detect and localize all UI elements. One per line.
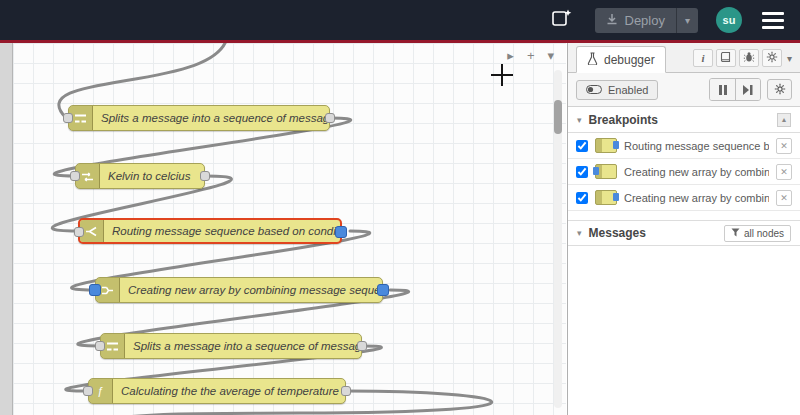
input-port[interactable]: [83, 386, 93, 396]
canvas-scrollbar[interactable]: [554, 70, 562, 408]
mini-node-icon: [595, 138, 617, 153]
triangle-right-icon: ▸: [507, 48, 514, 63]
main-menu-button[interactable]: [760, 8, 786, 33]
breakpoints-title: Breakpoints: [589, 113, 658, 127]
chevron-down-icon: ▾: [577, 115, 582, 125]
export-button[interactable]: [547, 7, 577, 33]
node-label: Splits a message into a sequence of mess…: [93, 112, 329, 124]
node-label: Routing message sequence based on condit…: [104, 225, 340, 237]
close-icon: ✕: [780, 141, 788, 151]
remove-breakpoint-button[interactable]: ✕: [776, 164, 792, 180]
scroll-up-button[interactable]: ▴: [777, 113, 791, 127]
user-avatar[interactable]: su: [716, 7, 742, 33]
breakpoint-checkbox[interactable]: [576, 166, 588, 178]
gear-icon: [774, 81, 786, 99]
chevron-down-icon: ▾: [577, 228, 582, 238]
hamburger-icon: [762, 12, 784, 15]
playback-button-group: [709, 78, 761, 101]
sidebar: debugger i: [567, 43, 800, 415]
function-glyph: ƒ: [97, 385, 103, 397]
input-port[interactable]: [95, 341, 105, 351]
breakpoint-checkbox[interactable]: [576, 192, 588, 204]
debug-tab-button[interactable]: [739, 49, 759, 67]
deploy-label: Deploy: [625, 13, 665, 28]
mini-breakpoint-marker: [613, 193, 619, 201]
flow-node-join[interactable]: Creating new array by combining message …: [95, 277, 383, 303]
config-tab-button[interactable]: [762, 49, 782, 67]
debugger-controls: [709, 78, 792, 101]
deploy-icon: [606, 13, 618, 28]
debugger-tab-icon: [587, 52, 598, 68]
deploy-options-button[interactable]: ▾: [676, 8, 698, 33]
debugger-enabled-toggle[interactable]: Enabled: [576, 80, 658, 100]
tab-label: debugger: [604, 53, 655, 67]
breakpoint-marker[interactable]: [335, 226, 347, 238]
help-tab-button[interactable]: [716, 49, 736, 67]
crosshair-cursor: [491, 74, 513, 76]
filter-label: all nodes: [744, 228, 784, 239]
flow-node-split[interactable]: Splits a message into a sequence of mess…: [68, 105, 330, 131]
chevron-down-icon: ▾: [547, 48, 554, 63]
sidebar-menu-button[interactable]: ▾: [785, 53, 794, 64]
canvas-left-edge: [0, 43, 13, 415]
chevron-down-icon: ▾: [685, 15, 690, 26]
tab-debugger[interactable]: debugger: [576, 46, 666, 73]
step-button[interactable]: [735, 79, 760, 100]
breakpoint-marker[interactable]: [89, 284, 101, 296]
node-label: Calculating the the average of temperatu…: [113, 385, 345, 397]
input-port[interactable]: [74, 227, 84, 237]
info-icon: i: [701, 52, 704, 64]
hamburger-icon: [762, 26, 784, 29]
flow-node-split[interactable]: Splits a message into a sequence of mess…: [100, 333, 362, 359]
input-port[interactable]: [63, 113, 73, 123]
remove-breakpoint-button[interactable]: ✕: [776, 138, 792, 154]
output-port[interactable]: [200, 171, 210, 181]
enabled-label: Enabled: [608, 84, 648, 96]
output-port[interactable]: [325, 113, 335, 123]
breakpoints-section-header[interactable]: ▾ Breakpoints ▴: [568, 107, 800, 133]
info-tab-button[interactable]: i: [693, 49, 713, 67]
sidebar-tab-actions: i ▾: [693, 49, 800, 72]
pause-button[interactable]: [710, 79, 735, 100]
messages-section-header[interactable]: ▾ Messages all nodes: [568, 220, 800, 246]
flow-node-switch-selected[interactable]: Routing message sequence based on condit…: [78, 218, 342, 244]
output-port[interactable]: [341, 386, 351, 396]
mini-node-strip: [596, 139, 602, 152]
breakpoint-row[interactable]: Creating new array by combini ✕: [568, 185, 800, 211]
flow-node-change[interactable]: Kelvin to celcius: [75, 163, 205, 189]
close-icon: ✕: [780, 167, 788, 177]
scroll-tabs-button[interactable]: ▸: [507, 48, 514, 64]
plus-icon: +: [527, 48, 535, 63]
toggle-icon: [586, 84, 602, 96]
breakpoint-marker[interactable]: [377, 284, 389, 296]
deploy-button-main[interactable]: Deploy: [595, 8, 676, 33]
output-port[interactable]: [357, 341, 367, 351]
mini-node-strip: [596, 191, 602, 204]
breakpoint-row[interactable]: Creating new array by combini ✕: [568, 159, 800, 185]
flow-node-function[interactable]: ƒ Calculating the the average of tempera…: [88, 378, 346, 404]
remove-breakpoint-button[interactable]: ✕: [776, 190, 792, 206]
node-label: Kelvin to celcius: [100, 170, 204, 182]
add-flow-button[interactable]: +: [527, 48, 535, 64]
deploy-button[interactable]: Deploy ▾: [595, 8, 699, 33]
book-icon: [720, 51, 732, 65]
breakpoint-row[interactable]: Routing message sequence ba ✕: [568, 133, 800, 159]
header-bar: Deploy ▾ su: [0, 0, 800, 40]
breakpoint-label: Creating new array by combini: [624, 192, 769, 204]
canvas-toolbar: ▸ + ▾: [507, 48, 554, 64]
export-icon: [551, 8, 573, 32]
bug-icon: [743, 51, 755, 65]
flow-canvas[interactable]: Splits a message into a sequence of mess…: [0, 43, 566, 415]
hamburger-icon: [762, 19, 784, 22]
mini-node-icon: [595, 164, 617, 179]
message-filter-button[interactable]: all nodes: [724, 225, 791, 242]
gear-icon: [766, 51, 778, 65]
close-icon: ✕: [780, 193, 788, 203]
flow-list-button[interactable]: ▾: [547, 48, 554, 64]
input-port[interactable]: [70, 171, 80, 181]
mini-breakpoint-marker: [593, 167, 599, 175]
debugger-settings-button[interactable]: [767, 79, 792, 100]
sidebar-tabbar: debugger i: [568, 43, 800, 73]
scrollbar-thumb[interactable]: [554, 100, 562, 134]
breakpoint-checkbox[interactable]: [576, 140, 588, 152]
